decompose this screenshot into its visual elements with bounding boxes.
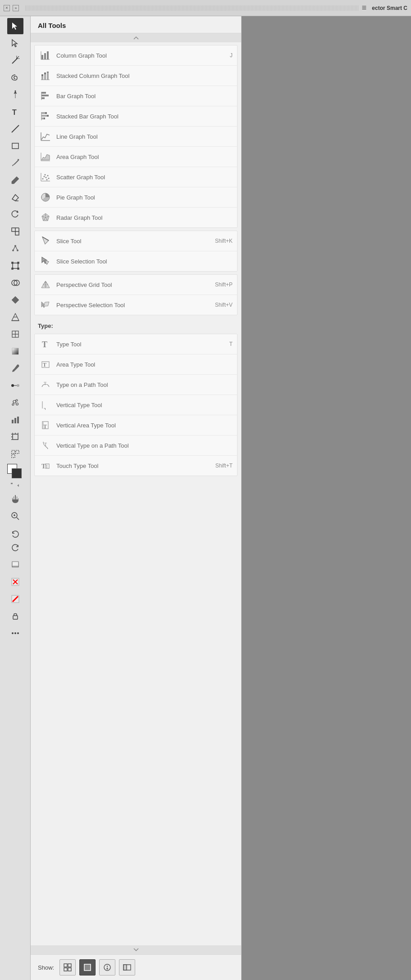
free-transform-btn[interactable] [7,258,23,274]
svg-rect-8 [12,143,18,149]
svg-rect-51 [16,450,19,454]
type-section-label: Type: [31,318,241,331]
direct-selection-tool-btn[interactable] [7,35,23,51]
area-type-tool-item[interactable]: T Area Type Tool [35,354,237,375]
line-graph-tool-item[interactable]: Line Graph Tool [35,127,237,147]
svg-rect-69 [44,53,46,59]
svg-point-66 [14,632,16,634]
svg-text:T: T [12,109,17,116]
artboard-btn[interactable] [7,429,23,445]
redo-btn[interactable] [9,541,22,554]
eyedropper-btn[interactable] [7,360,23,377]
hand-btn[interactable] [7,491,23,507]
perspective-selection-tool-label: Perspective Selection Tool [56,302,211,309]
eraser-tool-btn[interactable] [7,189,23,205]
svg-point-97 [46,177,47,178]
type-tool-btn-left[interactable]: T [7,104,23,120]
svg-rect-132 [64,964,67,967]
menu-icon[interactable]: ≡ [362,3,367,13]
svg-text:I: I [46,463,48,469]
close-button[interactable]: × [4,5,10,11]
line-tool-btn[interactable] [7,121,23,137]
lasso-tool-btn[interactable] [7,69,23,86]
show-all-btn[interactable] [59,959,76,975]
background-color[interactable] [12,468,22,478]
scroll-up-arrow[interactable] [31,33,241,42]
stacked-column-graph-tool-item[interactable]: Stacked Column Graph Tool [35,66,237,86]
mesh-btn[interactable] [7,326,23,342]
lock-btn[interactable] [7,608,23,624]
rectangle-tool-btn[interactable] [7,138,23,154]
paintbrush-tool-btn[interactable] [7,155,23,171]
vertical-area-type-tool-item[interactable]: T Vertical Area Type Tool [35,415,237,436]
pencil-tool-btn[interactable] [7,172,23,188]
slice-selection-tool-label: Slice Selection Tool [56,258,229,265]
svg-rect-19 [13,263,18,268]
type-tool-item[interactable]: T Type Tool T [35,334,237,354]
cancel-icon-btn[interactable] [7,574,23,590]
puppet-warp-btn[interactable] [7,240,23,257]
perspective-grid-tool-label: Perspective Grid Tool [56,281,211,288]
slice-left-btn[interactable] [7,446,23,462]
svg-point-67 [17,632,19,634]
tools-scroll-area[interactable]: Column Graph Tool J Stacked Column Grap [31,42,241,945]
layers-btn[interactable] [7,557,23,573]
perspective-grid-left-btn[interactable] [7,309,23,325]
left-toolbar: T [0,16,31,980]
red-diagonal-btn[interactable] [7,591,23,607]
radar-graph-tool-item[interactable]: Radar Graph Tool [35,208,237,227]
svg-point-34 [17,384,19,387]
live-paint-btn[interactable] [7,292,23,308]
pie-graph-tool-item[interactable]: Pie Graph Tool [35,187,237,208]
type-on-path-tool-item[interactable]: T Type on a Path Tool [35,375,237,395]
vertical-type-on-path-tool-label: Vertical Type on a Path Tool [56,442,229,449]
show-advanced-btn[interactable] [99,959,115,975]
scatter-graph-tool-item[interactable]: Scatter Graph Tool [35,167,237,187]
zoom-btn[interactable] [7,508,23,524]
column-graph-tool-label: Column Graph Tool [56,52,226,59]
gradient-btn[interactable] [7,343,23,359]
undo-btn[interactable] [9,528,22,540]
perspective-selection-tool-item[interactable]: Perspective Selection Tool Shift+V [35,295,237,315]
svg-rect-40 [12,420,14,423]
perspective-grid-tool-item[interactable]: Perspective Grid Tool Shift+P [35,275,237,295]
touch-type-tool-item[interactable]: T I Touch Type Tool Shift+T [35,456,237,476]
stacked-bar-graph-tool-item[interactable]: Stacked Bar Graph Tool [35,106,237,127]
stacked-bar-graph-icon [39,110,52,122]
slice-selection-tool-item[interactable]: Slice Selection Tool [35,251,237,271]
svg-point-37 [16,399,18,401]
svg-rect-43 [13,434,18,440]
area-graph-tool-label: Area Graph Tool [56,154,229,160]
show-basic-btn[interactable] [79,959,96,975]
column-graph-left-btn[interactable] [7,412,23,428]
svg-rect-136 [84,964,91,971]
column-graph-tool-item[interactable]: Column Graph Tool J [35,45,237,66]
blend-btn[interactable] [7,377,23,394]
scale-tool-btn[interactable] [7,223,23,240]
magic-wand-tool-btn[interactable] [7,52,23,68]
slice-tool-item[interactable]: Slice Tool Shift+K [35,231,237,251]
show-panel-btn[interactable] [119,959,135,975]
perspective-selection-icon [39,299,52,311]
vertical-type-tool-item[interactable]: T Vertical Type Tool [35,395,237,415]
shape-builder-btn[interactable] [7,275,23,291]
vertical-type-on-path-icon: T [39,439,52,452]
vertical-type-on-path-tool-item[interactable]: T Vertical Type on a Path Tool [35,436,237,456]
more-options-btn[interactable] [7,625,23,641]
symbol-sprayer-btn[interactable] [7,395,23,411]
pie-graph-tool-label: Pie Graph Tool [56,194,229,201]
rotate-tool-btn[interactable] [7,206,23,222]
swap-colors-btn[interactable] [7,481,23,490]
expand-button[interactable]: » [13,5,19,11]
svg-rect-11 [15,231,19,235]
all-tools-panel: All Tools Column Graph Tool J [31,16,242,980]
color-swatches[interactable] [7,464,23,480]
svg-point-139 [107,968,108,969]
selection-tool-btn[interactable] [7,18,23,34]
bar-graph-tool-item[interactable]: Bar Graph Tool [35,86,237,106]
pen-tool-btn[interactable] [7,86,23,103]
scroll-down-arrow[interactable] [31,945,241,954]
area-graph-tool-item[interactable]: Area Graph Tool [35,147,237,167]
column-graph-icon [39,49,52,62]
svg-rect-86 [41,115,47,117]
